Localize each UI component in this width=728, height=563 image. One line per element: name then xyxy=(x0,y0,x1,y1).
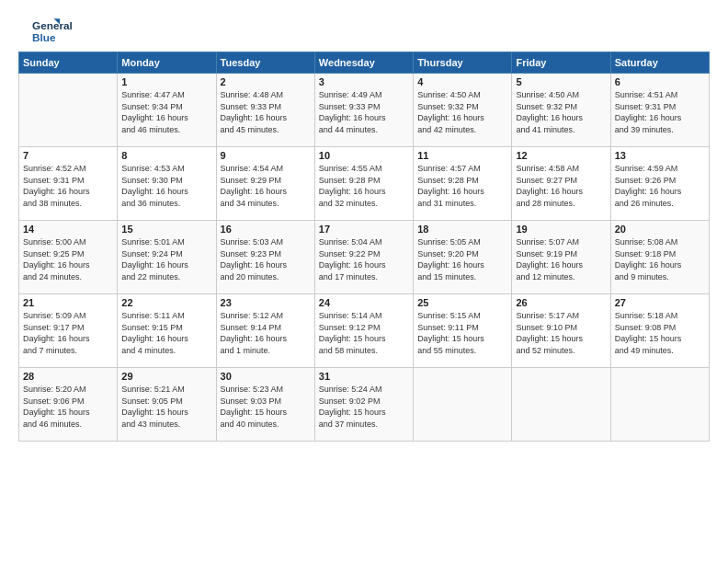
day-number: 16 xyxy=(221,224,311,235)
calendar-cell xyxy=(512,368,610,442)
day-number: 19 xyxy=(516,224,606,235)
day-info: Sunrise: 4:50 AM Sunset: 9:32 PM Dayligh… xyxy=(516,89,606,135)
day-number: 15 xyxy=(121,224,211,235)
day-info: Sunrise: 5:04 AM Sunset: 9:22 PM Dayligh… xyxy=(319,236,409,282)
day-info: Sunrise: 5:08 AM Sunset: 9:18 PM Dayligh… xyxy=(615,236,705,282)
weekday-header-tuesday: Tuesday xyxy=(216,52,314,74)
day-info: Sunrise: 5:17 AM Sunset: 9:10 PM Dayligh… xyxy=(516,310,606,356)
day-number: 31 xyxy=(319,371,409,382)
calendar-cell: 28Sunrise: 5:20 AM Sunset: 9:06 PM Dayli… xyxy=(19,368,118,442)
day-number: 22 xyxy=(121,297,211,308)
weekday-header-friday: Friday xyxy=(512,52,610,74)
day-number: 29 xyxy=(121,371,211,382)
calendar-cell: 29Sunrise: 5:21 AM Sunset: 9:05 PM Dayli… xyxy=(118,368,216,442)
day-number: 3 xyxy=(319,76,409,87)
day-number: 5 xyxy=(516,76,606,87)
calendar-cell: 10Sunrise: 4:55 AM Sunset: 9:28 PM Dayli… xyxy=(314,147,413,221)
day-number: 2 xyxy=(221,76,311,87)
calendar-cell: 5Sunrise: 4:50 AM Sunset: 9:32 PM Daylig… xyxy=(512,74,610,147)
day-info: Sunrise: 4:53 AM Sunset: 9:30 PM Dayligh… xyxy=(121,163,211,209)
calendar-cell: 6Sunrise: 4:51 AM Sunset: 9:31 PM Daylig… xyxy=(610,74,709,147)
calendar-cell: 9Sunrise: 4:54 AM Sunset: 9:29 PM Daylig… xyxy=(216,147,314,221)
calendar-cell: 21Sunrise: 5:09 AM Sunset: 9:17 PM Dayli… xyxy=(19,294,118,368)
day-number: 9 xyxy=(221,150,311,161)
day-info: Sunrise: 4:51 AM Sunset: 9:31 PM Dayligh… xyxy=(615,89,705,135)
calendar-cell: 22Sunrise: 5:11 AM Sunset: 9:15 PM Dayli… xyxy=(118,294,216,368)
day-number: 6 xyxy=(615,76,705,87)
calendar-cell: 25Sunrise: 5:15 AM Sunset: 9:11 PM Dayli… xyxy=(414,294,512,368)
day-info: Sunrise: 4:57 AM Sunset: 9:28 PM Dayligh… xyxy=(417,163,507,209)
calendar-cell: 2Sunrise: 4:48 AM Sunset: 9:33 PM Daylig… xyxy=(216,74,314,147)
day-info: Sunrise: 4:52 AM Sunset: 9:31 PM Dayligh… xyxy=(23,163,113,209)
svg-text:General: General xyxy=(32,19,73,31)
weekday-header-row: SundayMondayTuesdayWednesdayThursdayFrid… xyxy=(19,52,710,74)
day-number: 4 xyxy=(417,76,507,87)
calendar-cell: 8Sunrise: 4:53 AM Sunset: 9:30 PM Daylig… xyxy=(118,147,216,221)
day-info: Sunrise: 4:55 AM Sunset: 9:28 PM Dayligh… xyxy=(319,163,409,209)
calendar-cell: 7Sunrise: 4:52 AM Sunset: 9:31 PM Daylig… xyxy=(19,147,118,221)
week-row-5: 28Sunrise: 5:20 AM Sunset: 9:06 PM Dayli… xyxy=(19,368,710,442)
calendar-cell: 19Sunrise: 5:07 AM Sunset: 9:19 PM Dayli… xyxy=(512,221,610,294)
day-number: 28 xyxy=(23,371,113,382)
calendar-cell: 24Sunrise: 5:14 AM Sunset: 9:12 PM Dayli… xyxy=(314,294,413,368)
weekday-header-saturday: Saturday xyxy=(610,52,709,74)
day-info: Sunrise: 5:11 AM Sunset: 9:15 PM Dayligh… xyxy=(121,310,211,356)
day-number: 14 xyxy=(23,224,113,235)
day-info: Sunrise: 5:12 AM Sunset: 9:14 PM Dayligh… xyxy=(221,310,311,356)
calendar-cell: 12Sunrise: 4:58 AM Sunset: 9:27 PM Dayli… xyxy=(512,147,610,221)
day-info: Sunrise: 5:09 AM Sunset: 9:17 PM Dayligh… xyxy=(23,310,113,356)
day-number: 17 xyxy=(319,224,409,235)
day-info: Sunrise: 4:50 AM Sunset: 9:32 PM Dayligh… xyxy=(417,89,507,135)
day-number: 30 xyxy=(221,371,311,382)
calendar-cell: 11Sunrise: 4:57 AM Sunset: 9:28 PM Dayli… xyxy=(414,147,512,221)
day-info: Sunrise: 4:59 AM Sunset: 9:26 PM Dayligh… xyxy=(615,163,705,209)
day-number: 21 xyxy=(23,297,113,308)
day-info: Sunrise: 5:20 AM Sunset: 9:06 PM Dayligh… xyxy=(23,384,113,430)
calendar-cell: 31Sunrise: 5:24 AM Sunset: 9:02 PM Dayli… xyxy=(314,368,413,442)
weekday-header-wednesday: Wednesday xyxy=(314,52,413,74)
day-info: Sunrise: 5:03 AM Sunset: 9:23 PM Dayligh… xyxy=(221,236,311,282)
week-row-2: 7Sunrise: 4:52 AM Sunset: 9:31 PM Daylig… xyxy=(19,147,710,221)
weekday-header-sunday: Sunday xyxy=(19,52,118,74)
calendar-cell: 13Sunrise: 4:59 AM Sunset: 9:26 PM Dayli… xyxy=(610,147,709,221)
logo: General Blue xyxy=(18,17,77,44)
calendar-cell: 17Sunrise: 5:04 AM Sunset: 9:22 PM Dayli… xyxy=(314,221,413,294)
calendar-cell: 14Sunrise: 5:00 AM Sunset: 9:25 PM Dayli… xyxy=(19,221,118,294)
calendar-cell: 20Sunrise: 5:08 AM Sunset: 9:18 PM Dayli… xyxy=(610,221,709,294)
calendar-cell: 18Sunrise: 5:05 AM Sunset: 9:20 PM Dayli… xyxy=(414,221,512,294)
calendar-cell xyxy=(19,74,118,147)
day-number: 13 xyxy=(615,150,705,161)
day-info: Sunrise: 4:49 AM Sunset: 9:33 PM Dayligh… xyxy=(319,89,409,135)
weekday-header-monday: Monday xyxy=(118,52,216,74)
calendar-cell xyxy=(610,368,709,442)
svg-text:Blue: Blue xyxy=(32,31,56,43)
day-number: 7 xyxy=(23,150,113,161)
calendar-cell xyxy=(414,368,512,442)
day-number: 10 xyxy=(319,150,409,161)
day-info: Sunrise: 5:07 AM Sunset: 9:19 PM Dayligh… xyxy=(516,236,606,282)
day-info: Sunrise: 5:15 AM Sunset: 9:11 PM Dayligh… xyxy=(417,310,507,356)
day-info: Sunrise: 5:24 AM Sunset: 9:02 PM Dayligh… xyxy=(319,384,409,430)
week-row-1: 1Sunrise: 4:47 AM Sunset: 9:34 PM Daylig… xyxy=(19,74,710,147)
day-number: 1 xyxy=(121,76,211,87)
day-info: Sunrise: 4:48 AM Sunset: 9:33 PM Dayligh… xyxy=(221,89,311,135)
week-row-3: 14Sunrise: 5:00 AM Sunset: 9:25 PM Dayli… xyxy=(19,221,710,294)
calendar-cell: 16Sunrise: 5:03 AM Sunset: 9:23 PM Dayli… xyxy=(216,221,314,294)
day-number: 11 xyxy=(417,150,507,161)
day-number: 26 xyxy=(516,297,606,308)
logo-icon: General Blue xyxy=(18,17,74,44)
calendar-cell: 4Sunrise: 4:50 AM Sunset: 9:32 PM Daylig… xyxy=(414,74,512,147)
day-number: 8 xyxy=(121,150,211,161)
day-info: Sunrise: 5:18 AM Sunset: 9:08 PM Dayligh… xyxy=(615,310,705,356)
page: General Blue SundayMondayTuesdayWednesda… xyxy=(0,0,728,563)
calendar-cell: 30Sunrise: 5:23 AM Sunset: 9:03 PM Dayli… xyxy=(216,368,314,442)
day-number: 12 xyxy=(516,150,606,161)
calendar-cell: 15Sunrise: 5:01 AM Sunset: 9:24 PM Dayli… xyxy=(118,221,216,294)
weekday-header-thursday: Thursday xyxy=(414,52,512,74)
header: General Blue xyxy=(18,17,710,44)
day-number: 23 xyxy=(221,297,311,308)
calendar-table: SundayMondayTuesdayWednesdayThursdayFrid… xyxy=(18,52,710,442)
day-info: Sunrise: 5:21 AM Sunset: 9:05 PM Dayligh… xyxy=(121,384,211,430)
day-info: Sunrise: 5:14 AM Sunset: 9:12 PM Dayligh… xyxy=(319,310,409,356)
day-info: Sunrise: 5:23 AM Sunset: 9:03 PM Dayligh… xyxy=(221,384,311,430)
